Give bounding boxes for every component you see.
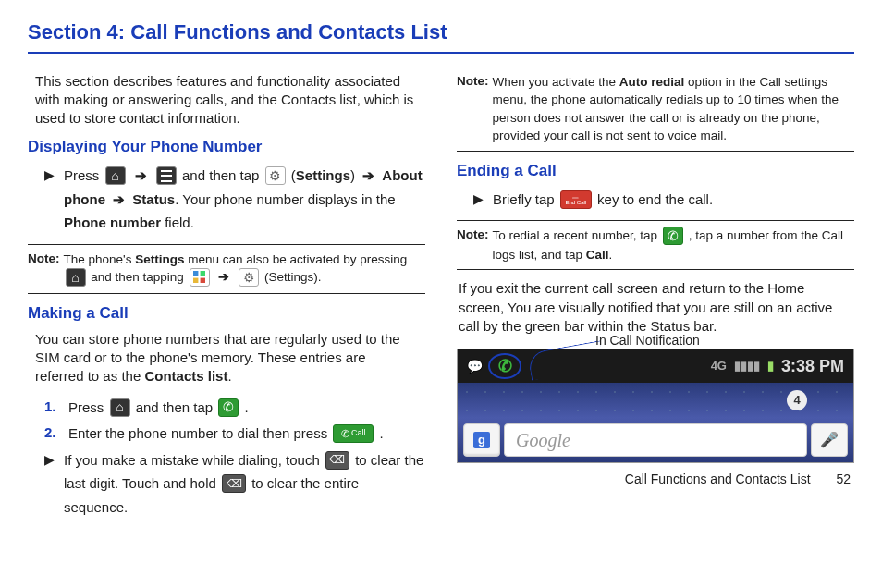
heading-making-call: Making a Call [28, 303, 425, 325]
step-content: Press and then tap . [68, 396, 425, 420]
text: If you make a mistake while dialing, tou… [64, 452, 324, 468]
network-4g-icon: 4G [711, 358, 727, 374]
displaying-step: ▶ Press ➔ and then tap (Settings) ➔ Abou… [44, 164, 425, 235]
microphone-icon: 🎤 [820, 430, 839, 450]
note-auto-redial: Note: When you activate the Auto redial … [457, 67, 854, 152]
search-widget: g Google 🎤 [458, 418, 853, 462]
contacts-list-label: Contacts list [144, 368, 227, 384]
left-column: This section describes features and func… [28, 67, 425, 521]
text: (Settings). [264, 270, 322, 284]
phone-number-label: Phone number [64, 214, 161, 230]
text: . [609, 248, 613, 262]
text: Briefly tap [493, 191, 558, 207]
svg-rect-0 [193, 271, 198, 276]
note-label: Note: [457, 227, 489, 263]
text: and then tap [136, 399, 217, 415]
phone-icon [218, 398, 239, 417]
bullet-arrow-icon: ▶ [44, 451, 55, 469]
arrow-icon: ➔ [135, 167, 147, 183]
bullet-arrow-icon: ▶ [44, 166, 55, 184]
backspace-icon [325, 451, 349, 470]
call-button-icon: Call [333, 424, 374, 443]
voice-search-button[interactable]: 🎤 [811, 423, 848, 457]
svg-rect-1 [201, 271, 205, 276]
ending-step: ▶ Briefly tap End Call key to end the ca… [473, 188, 854, 212]
menu-icon [156, 166, 177, 185]
home-icon [66, 268, 86, 287]
search-input[interactable]: Google [504, 423, 807, 457]
text: Press [68, 399, 108, 415]
text: Enter the phone number to dial then pres… [68, 425, 331, 441]
text: Press [64, 167, 99, 183]
note-label: Note: [457, 73, 489, 145]
intro-paragraph: This section describes features and func… [35, 72, 418, 129]
battery-icon: ▮ [767, 358, 774, 374]
arrow-icon: ➔ [113, 191, 125, 207]
callout-label: In Call Notification [595, 332, 700, 349]
note-redial: Note: To redial a recent number, tap , t… [457, 220, 854, 270]
text: To redial a recent number, tap [493, 228, 661, 242]
text: The phone's [64, 252, 136, 266]
phone-screenshot: 💬 ✆ 4G ▮▮▮▮ ▮ 3:38 PM 4 g [457, 349, 854, 463]
end-call-label: End Call [566, 200, 587, 205]
step-content: Briefly tap End Call key to end the call… [493, 188, 854, 212]
arrow-icon: ➔ [362, 167, 374, 183]
call-label: Call [351, 426, 366, 440]
auto-redial-label: Auto redial [619, 75, 685, 89]
note-settings-menu: Note: The phone's Settings menu can also… [28, 244, 425, 294]
note-body: The phone's Settings menu can also be ac… [64, 251, 426, 288]
text: field. [161, 214, 194, 230]
backspace-icon [222, 474, 246, 493]
page-number: 52 [836, 472, 851, 486]
text: . Your phone number displays in the [175, 191, 396, 207]
google-logo-icon: g [473, 432, 490, 448]
in-call-indicator-icon: ✆ [488, 353, 521, 379]
status-label: Status [132, 191, 175, 207]
note-body: When you activate the Auto redial option… [493, 73, 855, 145]
home-wallpaper: 4 [458, 383, 853, 418]
settings-label: Settings [296, 167, 350, 183]
text: key to end the call. [597, 191, 713, 207]
making-step-1: 1. Press and then tap . [44, 396, 425, 420]
right-column: Note: When you activate the Auto redial … [457, 67, 854, 521]
svg-rect-3 [201, 278, 205, 283]
tip-content: If you make a mistake while dialing, tou… [64, 448, 425, 520]
note-label: Note: [28, 251, 60, 288]
section-title: Section 4: Call Functions and Contacts L… [28, 18, 854, 54]
phone-status-bar: 💬 ✆ 4G ▮▮▮▮ ▮ 3:38 PM [458, 349, 853, 383]
note-body: To redial a recent number, tap , tap a n… [493, 227, 855, 263]
apps-grid-icon [190, 268, 210, 287]
screenshot-figure: In Call Notification 💬 ✆ 4G ▮▮▮▮ ▮ 3:38 … [457, 349, 854, 463]
text: Settings [135, 252, 184, 266]
home-page-indicator: 4 [787, 390, 807, 410]
text: and then tap [182, 167, 259, 183]
making-step-2: 2. Enter the phone number to dial then p… [44, 422, 425, 446]
clock: 3:38 PM [781, 355, 844, 377]
text: When you activate the [493, 75, 619, 89]
heading-ending-call: Ending a Call [457, 161, 854, 182]
exit-paragraph: If you exit the current call screen and … [459, 279, 852, 336]
heading-displaying: Displaying Your Phone Number [28, 137, 425, 158]
phone-icon [663, 227, 683, 245]
call-label: Call [586, 248, 609, 262]
bullet-arrow-icon: ▶ [473, 190, 484, 208]
end-call-icon: End Call [560, 190, 592, 209]
page-footer: Call Functions and Contacts List 52 [457, 471, 854, 488]
making-mistake-tip: ▶ If you make a mistake while dialing, t… [44, 448, 425, 520]
step-number: 1. [44, 398, 59, 416]
notification-icon: 💬 [467, 358, 483, 375]
svg-rect-2 [193, 278, 198, 283]
displaying-content: Press ➔ and then tap (Settings) ➔ About … [64, 164, 425, 235]
home-icon [105, 166, 126, 185]
home-icon [110, 398, 130, 417]
gear-icon [265, 166, 286, 185]
arrow-icon: ➔ [218, 270, 229, 284]
step-number: 2. [44, 423, 59, 442]
gear-icon [239, 268, 259, 287]
step-content: Enter the phone number to dial then pres… [68, 422, 425, 446]
footer-title: Call Functions and Contacts List [625, 472, 811, 486]
google-button[interactable]: g [463, 423, 500, 457]
text: and then tapping [91, 270, 187, 284]
making-call-intro: You can store phone numbers that are reg… [35, 330, 418, 386]
text: menu can also be activated by pressing [184, 252, 407, 266]
